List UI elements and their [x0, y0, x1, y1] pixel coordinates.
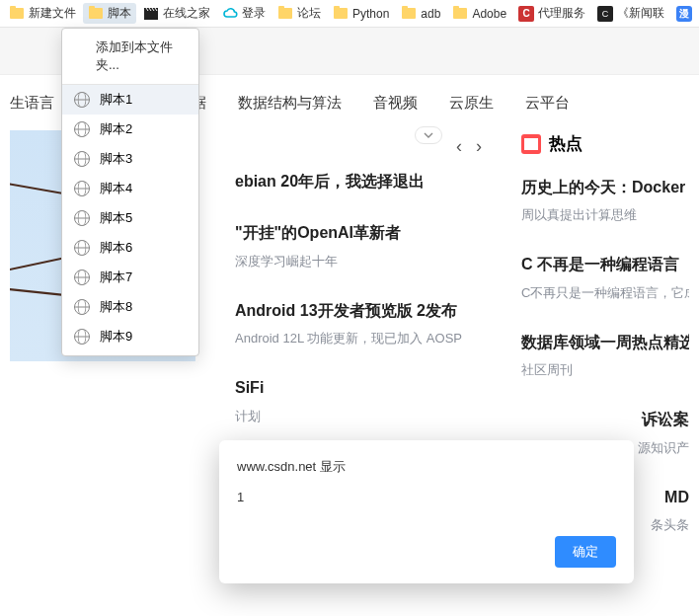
hot-label: 热点 [549, 132, 582, 155]
article-subtitle: 深度学习崛起十年 [235, 253, 482, 270]
nav-tab[interactable]: 生语言 [10, 94, 54, 113]
js-alert-dialog: www.csdn.net 显示 1 确定 [219, 440, 634, 583]
hot-header: 热点 [521, 130, 689, 155]
globe-icon [74, 151, 90, 167]
hot-item[interactable]: 数据库领域一周热点精选社区周刊 [521, 332, 689, 379]
bookmark-bar: 新建文件脚本在线之家登录论坛PythonadbAdobeC代理服务C《新闻联漫 [0, 0, 699, 28]
clapperboard-icon [143, 6, 159, 22]
svg-rect-0 [144, 11, 158, 20]
hot-subtitle: 周以真提出计算思维 [521, 206, 689, 224]
bookmark-label: 新建文件 [29, 5, 76, 22]
dropdown-item[interactable]: 脚本9 [62, 322, 198, 351]
article-item[interactable]: ebian 20年后，我选择退出 [235, 171, 482, 192]
chevron-down-icon [424, 132, 433, 138]
dropdown-item-label: 脚本1 [100, 91, 132, 109]
globe-icon [74, 210, 90, 226]
dropdown-item[interactable]: 脚本4 [62, 174, 198, 203]
bookmark-label: 脚本 [108, 5, 131, 22]
bookmark-folder-dropdown: 添加到本文件夹... 脚本1脚本2脚本3脚本4脚本5脚本6脚本7脚本8脚本9 [61, 28, 199, 356]
site-icon: C [597, 6, 613, 22]
nav-tab[interactable]: 云平台 [525, 94, 570, 113]
globe-icon [74, 181, 90, 196]
dropdown-item-label: 脚本9 [100, 328, 132, 346]
article-subtitle: Android 12L 功能更新，现已加入 AOSP [235, 330, 482, 347]
folder-icon [88, 6, 104, 22]
bookmark-item[interactable]: 论坛 [272, 3, 326, 24]
dropdown-item-label: 脚本6 [100, 239, 132, 257]
bookmark-item[interactable]: C《新闻联 [592, 3, 669, 24]
bookmark-item[interactable]: 新建文件 [4, 3, 81, 24]
bookmark-label: 在线之家 [163, 5, 210, 22]
nav-tab[interactable]: 音视频 [373, 94, 418, 113]
bookmark-label: 登录 [242, 5, 266, 22]
pager-prev[interactable]: ‹ [456, 136, 462, 157]
bookmark-label: Adobe [472, 7, 506, 21]
cloud-icon [222, 6, 238, 22]
bookmark-item[interactable]: adb [396, 4, 445, 24]
site-icon: C [518, 6, 534, 22]
hot-subtitle: 社区周刊 [521, 361, 689, 379]
bookmark-label: adb [421, 7, 440, 21]
article-title: ebian 20年后，我选择退出 [235, 171, 482, 192]
hot-subtitle: C不再只是一种编程语言，它成了每一 [521, 284, 689, 302]
hot-item[interactable]: C 不再是一种编程语言C不再只是一种编程语言，它成了每一 [521, 254, 689, 301]
article-item[interactable]: Android 13开发者预览版 2发布Android 12L 功能更新，现已加… [235, 300, 482, 347]
pager: ‹ › [235, 130, 482, 171]
dropdown-item[interactable]: 脚本1 [62, 85, 198, 115]
folder-icon [333, 6, 349, 22]
nav-tab[interactable]: 云原生 [449, 94, 494, 113]
dropdown-item[interactable]: 脚本7 [62, 263, 198, 292]
folder-icon [401, 6, 417, 22]
bookmark-item[interactable]: 在线之家 [138, 3, 215, 24]
globe-icon [74, 240, 90, 256]
globe-icon [74, 92, 90, 108]
article-subtitle: 计划 [235, 408, 482, 425]
article-title: Android 13开发者预览版 2发布 [235, 300, 482, 322]
dropdown-item[interactable]: 脚本6 [62, 233, 198, 263]
dropdown-item-label: 脚本3 [100, 150, 132, 168]
hot-title: 数据库领域一周热点精选 [521, 332, 689, 353]
dropdown-add-here[interactable]: 添加到本文件夹... [62, 29, 198, 84]
folder-icon [9, 6, 25, 22]
dropdown-item[interactable]: 脚本8 [62, 292, 198, 322]
dropdown-item-label: 脚本8 [100, 298, 132, 316]
globe-icon [74, 299, 90, 315]
hot-title: C 不再是一种编程语言 [521, 254, 689, 275]
hot-title: 历史上的今天：Docker 发布 [521, 177, 689, 198]
hot-item[interactable]: 历史上的今天：Docker 发布周以真提出计算思维 [521, 177, 689, 224]
dropdown-item-label: 脚本2 [100, 120, 132, 138]
hot-title: 诉讼案 [521, 409, 689, 430]
bookmark-label: 论坛 [297, 5, 321, 22]
bookmark-item[interactable]: Python [328, 4, 394, 24]
bookmark-label: Python [352, 7, 389, 21]
article-item[interactable]: SiFi计划 [235, 377, 482, 424]
site-icon: 漫 [676, 6, 692, 22]
bookmark-item[interactable]: C代理服务 [513, 3, 590, 24]
bookmark-item[interactable]: Adobe [447, 4, 511, 24]
hot-icon [521, 134, 541, 154]
bookmark-item[interactable]: 登录 [217, 3, 271, 24]
bookmark-item[interactable]: 脚本 [83, 3, 136, 24]
alert-title: www.csdn.net 显示 [237, 458, 616, 476]
dropdown-item[interactable]: 脚本5 [62, 203, 198, 233]
globe-icon [74, 121, 90, 137]
nav-tab[interactable]: 数据结构与算法 [238, 94, 342, 113]
alert-ok-button[interactable]: 确定 [555, 536, 616, 568]
expand-nav-button[interactable] [415, 126, 442, 144]
dropdown-item-label: 脚本4 [100, 180, 132, 197]
folder-icon [452, 6, 468, 22]
dropdown-item-label: 脚本5 [100, 209, 132, 227]
dropdown-item[interactable]: 脚本3 [62, 144, 198, 174]
article-title: SiFi [235, 377, 482, 399]
globe-icon [74, 329, 90, 345]
folder-icon [277, 6, 293, 22]
article-item[interactable]: "开挂"的OpenAI革新者深度学习崛起十年 [235, 222, 482, 270]
bookmark-label: 《新闻联 [617, 5, 664, 22]
dropdown-item[interactable]: 脚本2 [62, 115, 198, 144]
dropdown-item-label: 脚本7 [100, 269, 132, 286]
bookmark-item[interactable]: 漫 [671, 4, 699, 24]
alert-message: 1 [237, 490, 616, 504]
pager-next[interactable]: › [476, 136, 482, 157]
bookmark-label: 代理服务 [538, 5, 585, 22]
globe-icon [74, 270, 90, 285]
